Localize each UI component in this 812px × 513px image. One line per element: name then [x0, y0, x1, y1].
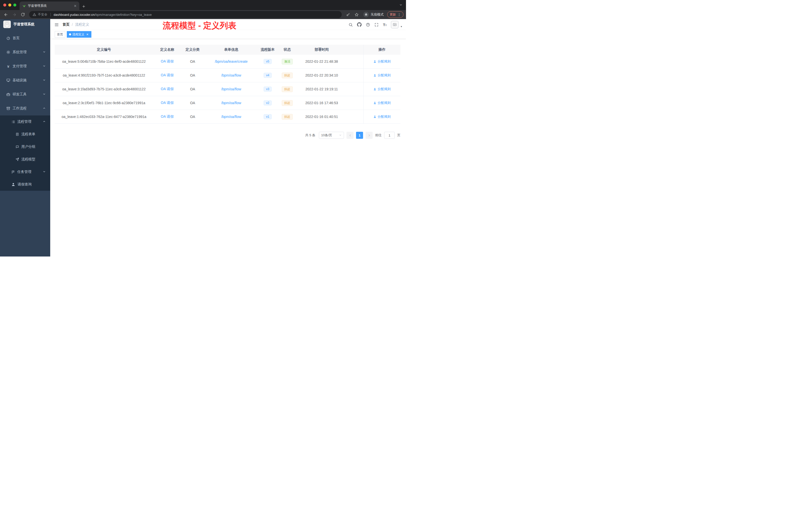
sidebar-item-process-form[interactable]: 流程表单	[0, 128, 50, 141]
caret-down-icon[interactable]: ▾	[401, 25, 402, 28]
url-host: dashboard.yudao.iocoder.cn	[54, 13, 95, 17]
table-row: oa_leave:2:3c1f0ef1-76b1-11ec-9c66-a2380…	[55, 96, 401, 110]
github-icon[interactable]	[357, 22, 361, 27]
address-bar[interactable]: 不安全 dashboard.yudao.iocoder.cn/bpm/manag…	[29, 11, 342, 18]
sidebar-item-task-mgmt[interactable]: 任务管理	[0, 165, 50, 178]
tab-search-button[interactable]	[399, 3, 403, 7]
main-area: 流程模型 - 定义列表 首页 / 流程定义	[50, 19, 406, 256]
assign-rule-link[interactable]: 分配规则	[373, 101, 391, 105]
table-row: oa_leave:5:004b710b-7b8a-11ec-8ef0-acde4…	[55, 55, 401, 68]
sidebar-item-payment[interactable]: ¥ 支付管理	[0, 59, 50, 73]
tag-home[interactable]: 首页	[55, 31, 65, 38]
table-row: oa_leave:3:1fad3d93-7b75-11ec-a3c8-acde4…	[55, 82, 401, 96]
form-link[interactable]: /bpm/oa/flow	[221, 115, 241, 119]
sidebar-item-devtools[interactable]: 研发工具	[0, 87, 50, 101]
app-navbar: 首页 / 流程定义 TT	[50, 19, 406, 30]
deploy-time: 2022-01-22 21:48:38	[298, 55, 346, 68]
reload-button[interactable]	[20, 11, 26, 18]
minimize-window-button[interactable]	[8, 3, 11, 6]
definition-table: 定义编号 定义名称 定义分类 表单信息 流程版本 状态 部署时间 操作 oa_l…	[55, 45, 401, 124]
font-size-icon[interactable]: TT	[383, 23, 387, 27]
tab-close-icon[interactable]	[74, 4, 77, 7]
assign-rule-link[interactable]: 分配规则	[373, 59, 391, 64]
sidebar-item-system[interactable]: 系统管理	[0, 45, 50, 59]
tag-close-icon[interactable]: ✕	[86, 33, 89, 36]
broken-image-icon	[393, 23, 397, 27]
form-link[interactable]: /bpm/oa/flow	[221, 87, 241, 91]
status-tag: 挂起	[282, 100, 293, 106]
definition-name-link[interactable]: OA 请假	[161, 101, 174, 105]
fullscreen-icon[interactable]	[374, 23, 379, 27]
prev-page-button[interactable]	[347, 132, 353, 139]
definition-category: OA	[181, 110, 204, 123]
assign-rule-link[interactable]: 分配规则	[373, 115, 391, 119]
goto-page-input[interactable]	[384, 132, 395, 139]
update-button[interactable]: 更新 ⋮	[387, 11, 404, 18]
sidebar-item-leave-query[interactable]: 请假查询	[0, 178, 50, 191]
definition-name-link[interactable]: OA 请假	[161, 59, 174, 64]
definition-name-link[interactable]: OA 请假	[161, 87, 174, 91]
close-window-button[interactable]	[3, 3, 6, 6]
tag-process-definition[interactable]: 流程定义 ✕	[67, 31, 91, 38]
assign-rule-link[interactable]: 分配规则	[373, 73, 391, 78]
bookmark-star-icon[interactable]	[353, 11, 360, 18]
definition-name-link[interactable]: OA 请假	[161, 73, 174, 78]
browser-tab[interactable]: 芋道管理系统	[20, 1, 79, 10]
sidebar-item-infra[interactable]: 基础设施	[0, 73, 50, 87]
sidebar-item-user-group[interactable]: 用户分组	[0, 141, 50, 153]
workflow-submenu: 流程管理 流程表单 用户分组 流程模型	[0, 116, 50, 191]
deploy-time: 2022-01-16 01:40:51	[298, 110, 346, 123]
version-tag: v2	[264, 100, 272, 105]
sidebar-logo-row: 芋道管理系统	[0, 19, 50, 30]
document-icon	[16, 132, 19, 136]
form-link[interactable]: /bpm/oa/flow	[221, 73, 241, 77]
sidebar-item-label: 流程模型	[21, 157, 35, 162]
sidebar-item-home[interactable]: 首页	[0, 31, 50, 45]
form-link[interactable]: /bpm/oa/leave/create	[215, 59, 248, 63]
user-icon	[373, 115, 376, 118]
breadcrumb-home[interactable]: 首页	[62, 22, 69, 27]
zoom-window-button[interactable]	[13, 3, 16, 6]
toolbox-icon	[6, 92, 10, 96]
chevron-up-icon	[43, 107, 46, 111]
avatar[interactable]	[391, 21, 399, 28]
definition-category: OA	[181, 55, 204, 68]
table-row: oa_leave:1:482ec033-762a-11ec-8477-a2380…	[55, 110, 401, 124]
sidebar-item-process-model[interactable]: 流程模型	[0, 153, 50, 165]
deploy-time: 2022-01-22 19:19:11	[298, 82, 346, 96]
form-link[interactable]: /bpm/oa/flow	[221, 101, 241, 105]
column-header-status: 状态	[277, 45, 298, 55]
sidebar-item-label: 首页	[12, 36, 20, 40]
security-label: 不安全	[38, 12, 48, 17]
incognito-icon	[363, 12, 369, 17]
yen-icon: ¥	[6, 64, 10, 68]
list-icon	[11, 120, 15, 124]
chevron-down-icon	[43, 92, 46, 96]
assign-rule-label: 分配规则	[378, 87, 391, 91]
definition-name-link[interactable]: OA 请假	[161, 115, 174, 119]
sidebar-item-label: 用户分组	[21, 145, 35, 149]
help-icon[interactable]	[366, 23, 370, 27]
next-page-button[interactable]	[366, 132, 373, 139]
column-header-category: 定义分类	[181, 45, 204, 55]
navbar-actions: TT ▾	[348, 21, 402, 28]
page-1-button[interactable]: 1	[356, 132, 363, 139]
key-icon[interactable]	[345, 11, 351, 18]
forward-button[interactable]	[11, 11, 18, 18]
assign-rule-link[interactable]: 分配规则	[373, 87, 391, 91]
new-tab-button[interactable]	[82, 4, 86, 8]
assign-rule-label: 分配规则	[378, 101, 391, 105]
sidebar-item-workflow[interactable]: 工作流程	[0, 101, 50, 116]
column-header-version: 流程版本	[259, 45, 277, 55]
search-icon[interactable]	[348, 23, 353, 27]
deploy-time: 2022-01-22 20:34:10	[298, 68, 346, 82]
status-tag: 激活	[282, 59, 293, 64]
definition-category: OA	[181, 68, 204, 82]
page-size-select[interactable]: 10条/页	[319, 132, 344, 139]
sidebar-item-process-mgmt[interactable]: 流程管理	[0, 116, 50, 128]
column-header-form: 表单信息	[204, 45, 259, 55]
chevron-up-icon	[43, 120, 46, 124]
hamburger-icon[interactable]	[54, 22, 59, 27]
back-button[interactable]	[2, 11, 9, 18]
chevron-down-icon	[43, 170, 46, 174]
